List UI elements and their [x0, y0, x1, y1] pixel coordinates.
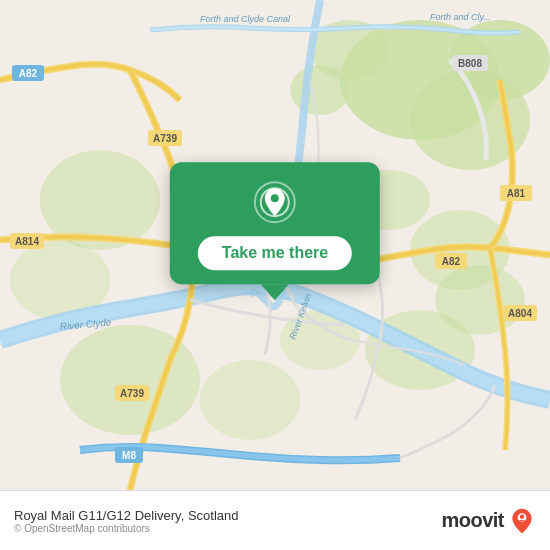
svg-text:A82: A82: [19, 68, 38, 79]
location-popup: Take me there: [170, 162, 380, 300]
svg-point-45: [520, 514, 524, 518]
moovit-brand-icon: [508, 507, 536, 535]
location-name: Royal Mail G11/G12 Delivery, Scotland: [14, 508, 238, 523]
svg-text:Forth and Clyde Canal: Forth and Clyde Canal: [200, 14, 291, 24]
svg-point-5: [290, 65, 350, 115]
location-pin-icon: [253, 180, 297, 224]
svg-text:M8: M8: [122, 450, 136, 461]
svg-text:A739: A739: [120, 388, 144, 399]
svg-text:A814: A814: [15, 236, 39, 247]
svg-point-13: [200, 360, 300, 440]
svg-text:A804: A804: [508, 308, 532, 319]
svg-text:A82: A82: [442, 256, 461, 267]
popup-tail: [261, 284, 289, 300]
popup-card: Take me there: [170, 162, 380, 284]
take-me-there-button[interactable]: Take me there: [198, 236, 352, 270]
svg-text:Forth and Cly...: Forth and Cly...: [430, 12, 491, 22]
moovit-label: moovit: [441, 509, 504, 532]
map-container: A82 A739 A814 A739 A814 A82 A81 B808 A80…: [0, 0, 550, 490]
svg-text:A81: A81: [507, 188, 526, 199]
svg-text:B808: B808: [458, 58, 482, 69]
svg-text:A739: A739: [153, 133, 177, 144]
attribution-text: © OpenStreetMap contributors: [14, 523, 238, 534]
svg-point-41: [271, 194, 279, 202]
